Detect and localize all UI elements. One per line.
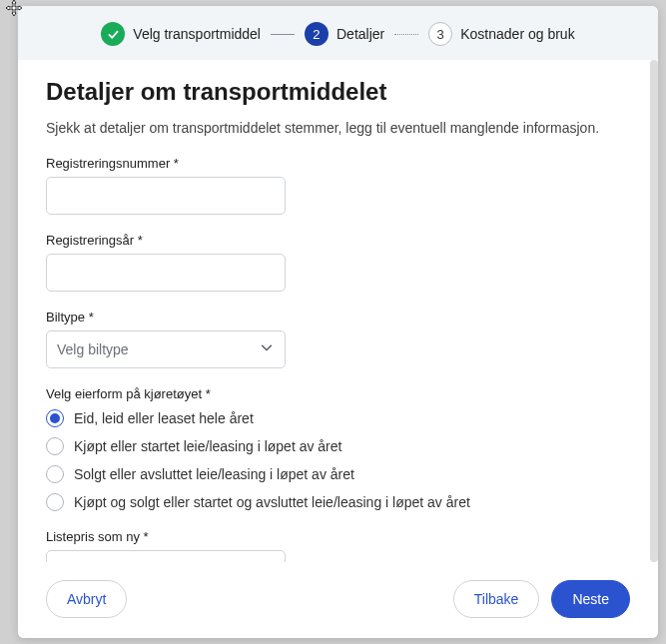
step-2: 2 Detaljer [305,22,384,46]
scrollbar[interactable] [650,60,658,562]
back-button[interactable]: Tilbake [453,580,540,618]
modal-footer: Avbryt Tilbake Neste [18,562,658,638]
regnr-group: Registreringsnummer * [46,156,630,215]
listepris-input[interactable] [46,550,286,562]
page-title: Detaljer om transportmiddelet [46,78,630,106]
radio-label: Kjøpt eller startet leie/leasing i løpet… [74,438,341,454]
page-description: Sjekk at detaljer om transportmiddelet s… [46,118,630,138]
step-completed-icon [101,22,125,46]
step-3-label: Kostnader og bruk [460,26,574,42]
regnr-label: Registreringsnummer * [46,156,630,171]
radio-unselected-icon [46,493,64,511]
step-connector [394,34,418,35]
regaar-label: Registreringsår * [46,233,630,248]
regnr-input[interactable] [46,177,286,215]
eierform-option-3[interactable]: Solgt eller avsluttet leie/leasing i løp… [46,465,630,483]
step-1: Velg transportmiddel [101,22,261,46]
radio-label: Solgt eller avsluttet leie/leasing i løp… [74,466,354,482]
biltype-group: Biltype * Velg biltype [46,310,630,368]
cancel-button[interactable]: Avbryt [46,580,127,618]
step-connector [271,34,295,35]
eierform-radio-group: Eid, leid eller leaset hele året Kjøpt e… [46,409,630,511]
radio-selected-icon [46,409,64,427]
radio-label: Kjøpt og solgt eller startet og avslutte… [74,494,470,510]
eierform-option-1[interactable]: Eid, leid eller leaset hele året [46,409,630,427]
radio-label: Eid, leid eller leaset hele året [74,410,254,426]
radio-unselected-icon [46,465,64,483]
transport-details-modal: Velg transportmiddel 2 Detaljer 3 Kostna… [18,6,658,638]
eierform-option-4[interactable]: Kjøpt og solgt eller startet og avslutte… [46,493,630,511]
move-cursor-icon [4,0,24,22]
biltype-select[interactable]: Velg biltype [46,330,286,368]
biltype-label: Biltype * [46,310,630,324]
eierform-option-2[interactable]: Kjøpt eller startet leie/leasing i løpet… [46,437,630,455]
regaar-group: Registreringsår * [46,233,630,292]
step-1-label: Velg transportmiddel [133,26,261,42]
next-button[interactable]: Neste [551,580,630,618]
eierform-group: Velg eierform på kjøretøyet * Eid, leid … [46,386,630,511]
regaar-input[interactable] [46,254,286,292]
form-content: Detaljer om transportmiddelet Sjekk at d… [18,60,658,562]
eierform-label: Velg eierform på kjøretøyet * [46,386,630,401]
listepris-label: Listepris som ny * [46,529,630,544]
step-3: 3 Kostnader og bruk [428,22,574,46]
listepris-group: Listepris som ny * [46,529,630,562]
step-current-icon: 2 [305,22,329,46]
step-upcoming-icon: 3 [428,22,452,46]
stepper: Velg transportmiddel 2 Detaljer 3 Kostna… [18,6,658,60]
step-2-label: Detaljer [336,26,384,42]
radio-unselected-icon [46,437,64,455]
